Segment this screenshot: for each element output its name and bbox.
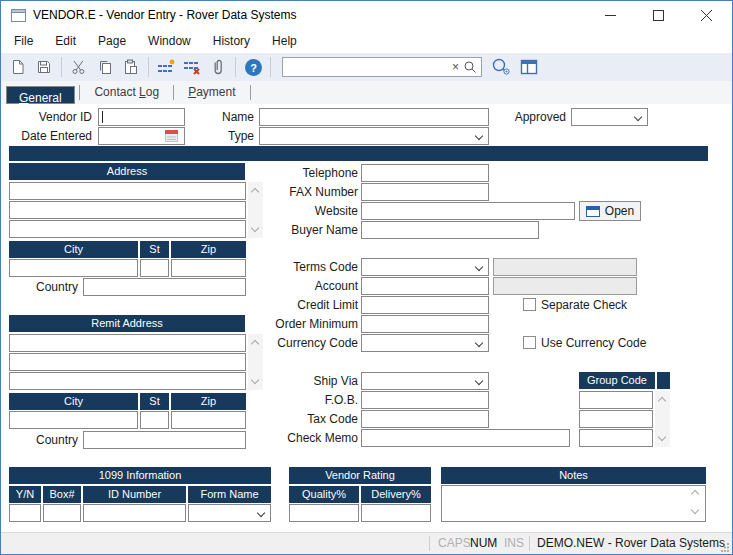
remit-st-field[interactable]: [140, 411, 169, 429]
group-code-row2-field[interactable]: [579, 410, 653, 428]
delivery-field[interactable]: [361, 504, 431, 522]
cut-button[interactable]: [66, 55, 92, 79]
credit-limit-field[interactable]: [361, 296, 489, 314]
attach-button[interactable]: [205, 55, 231, 79]
quality-field[interactable]: [289, 504, 359, 522]
name-field[interactable]: [259, 108, 489, 126]
currency-code-label: Currency Code: [248, 334, 358, 352]
order-minimum-label: Order Minimum: [248, 315, 358, 333]
new-button[interactable]: [5, 55, 31, 79]
type-label: Type: [191, 127, 254, 145]
currency-code-select[interactable]: [361, 334, 489, 352]
help-button[interactable]: ?: [240, 55, 266, 79]
toolbar-search: ×: [282, 57, 482, 77]
minimize-button[interactable]: [587, 1, 634, 29]
tab-strip: General Contacts Contact Log Payment: [1, 81, 732, 104]
order-minimum-field[interactable]: [361, 315, 489, 333]
scroll-up-icon[interactable]: [251, 340, 259, 348]
group-code-scrollbar[interactable]: [655, 391, 670, 447]
resize-grip-icon[interactable]: [720, 542, 730, 552]
address-country-field[interactable]: [83, 278, 246, 296]
remit-line1-field[interactable]: [9, 334, 246, 352]
remit-zip-header: Zip: [171, 393, 246, 410]
telephone-field[interactable]: [361, 164, 489, 182]
1099-id-number-field[interactable]: [83, 504, 186, 522]
close-icon: [701, 10, 712, 21]
website-field[interactable]: [361, 202, 575, 220]
account-label: Account: [248, 277, 358, 295]
address-st-header: St: [140, 241, 169, 258]
address-line1-field[interactable]: [9, 182, 246, 200]
1099-form-name-select[interactable]: [188, 504, 271, 522]
search-input[interactable]: [287, 60, 448, 74]
ship-via-select[interactable]: [361, 372, 489, 390]
separate-check-checkbox[interactable]: [523, 298, 536, 311]
tab-label: L: [139, 85, 146, 99]
scroll-down-icon[interactable]: [658, 433, 666, 441]
buyer-name-field[interactable]: [361, 221, 539, 239]
insert-row-button[interactable]: [153, 55, 179, 79]
search-icon[interactable]: [463, 60, 477, 74]
lookup-button[interactable]: [486, 55, 516, 79]
menu-help[interactable]: Help: [261, 29, 308, 53]
fob-field[interactable]: [361, 391, 489, 409]
use-currency-code-checkbox[interactable]: [523, 336, 536, 349]
terms-code-select[interactable]: [361, 258, 489, 276]
close-button[interactable]: [683, 1, 730, 29]
type-select[interactable]: [259, 127, 489, 145]
vendor-id-field[interactable]: [98, 108, 185, 126]
search-clear-icon[interactable]: ×: [448, 58, 463, 76]
menu-window[interactable]: Window: [137, 29, 202, 53]
1099-yn-field[interactable]: [9, 504, 41, 522]
paperclip-icon: [209, 58, 227, 76]
menu-file[interactable]: File: [3, 29, 44, 53]
remit-line2-field[interactable]: [9, 353, 246, 371]
tab-payment[interactable]: Payment: [176, 81, 247, 104]
terms-code-label: Terms Code: [248, 258, 358, 276]
minimize-icon: [605, 10, 616, 21]
address-line3-field[interactable]: [9, 220, 246, 238]
address-zip-field[interactable]: [171, 259, 246, 277]
fax-field[interactable]: [361, 183, 489, 201]
menu-edit[interactable]: Edit: [44, 29, 87, 53]
group-code-row3-field[interactable]: [579, 429, 653, 447]
vendor-id-label: Vendor ID: [9, 108, 92, 126]
calendar-icon[interactable]: [165, 130, 178, 142]
layout-button[interactable]: [516, 55, 542, 79]
address-line2-field[interactable]: [9, 201, 246, 219]
open-website-button[interactable]: Open: [579, 201, 641, 221]
check-memo-field[interactable]: [361, 429, 570, 447]
remit-country-field[interactable]: [83, 431, 246, 449]
1099-box-field[interactable]: [43, 504, 81, 522]
maximize-button[interactable]: [635, 1, 682, 29]
group-code-row1-field[interactable]: [579, 391, 653, 409]
address-city-field[interactable]: [9, 259, 138, 277]
save-icon: [35, 58, 53, 76]
menu-page[interactable]: Page: [87, 29, 137, 53]
status-divider: [429, 536, 430, 551]
address-city-header: City: [9, 241, 138, 258]
tax-code-field[interactable]: [361, 410, 489, 428]
remit-city-field[interactable]: [9, 411, 138, 429]
copy-button[interactable]: [92, 55, 118, 79]
name-label: Name: [191, 108, 254, 126]
remit-line3-field[interactable]: [9, 372, 246, 390]
app-window: VENDOR.E - Vendor Entry - Rover Data Sys…: [0, 0, 733, 555]
approved-select[interactable]: [571, 108, 648, 126]
save-button[interactable]: [31, 55, 57, 79]
account-field[interactable]: [361, 277, 489, 295]
tab-contact-log[interactable]: Contact Log: [82, 81, 171, 104]
scroll-up-icon[interactable]: [658, 397, 666, 405]
tab-general[interactable]: General: [6, 86, 75, 104]
menu-history[interactable]: History: [202, 29, 261, 53]
paste-button[interactable]: [118, 55, 144, 79]
menu-bar: File Edit Page Window History Help: [1, 29, 732, 53]
help-icon: ?: [244, 58, 263, 77]
address-st-field[interactable]: [140, 259, 169, 277]
toolbar: ? ×: [1, 53, 732, 81]
separate-check-label: Separate Check: [541, 297, 627, 313]
title-bar: VENDOR.E - Vendor Entry - Rover Data Sys…: [1, 1, 732, 29]
notes-field[interactable]: [441, 485, 706, 522]
delete-row-button[interactable]: [179, 55, 205, 79]
remit-zip-field[interactable]: [171, 411, 246, 429]
